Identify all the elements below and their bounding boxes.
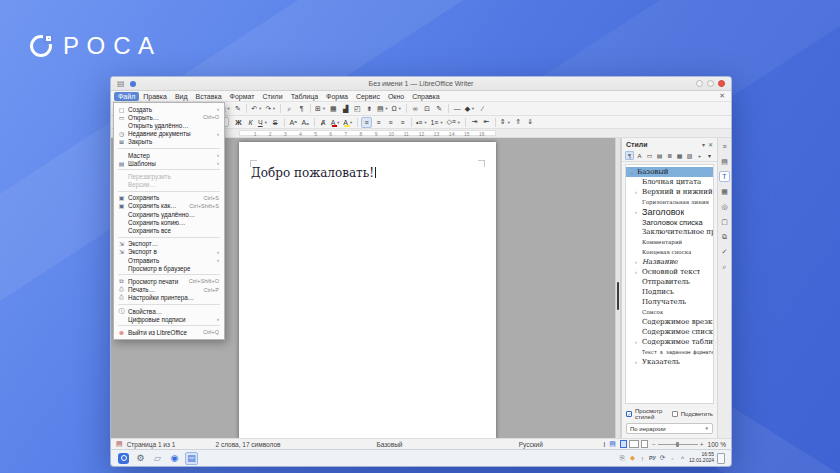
minimize-button[interactable] [696,80,703,87]
style-inspector-deck-icon[interactable]: ⧉ [719,231,730,242]
file-menu-item-save[interactable]: ▣СохранитьCtrl+S [114,194,224,202]
accessibility-check-deck-icon[interactable]: ✓ [719,246,730,257]
browser-app-button[interactable]: ◉ [168,452,181,465]
style-item[interactable]: ›Название [626,257,713,267]
format-outline-list-icon[interactable]: ◇≡▼ [445,117,461,128]
toolbar-insert-field-icon[interactable]: ▤▼ [376,103,390,114]
style-item[interactable]: Подпись [626,287,713,297]
tray-expand-icon[interactable]: ^ [679,455,686,462]
volume-icon[interactable]: ◦ [669,455,676,462]
panel-menu-icon[interactable]: ▾ [702,141,705,148]
toolbar-undo-icon[interactable]: ↶▼ [250,103,263,114]
expander-icon[interactable]: › [635,259,640,265]
file-menu-item-export[interactable]: ⇲Экспорт… [114,240,224,248]
format-strikethrough-icon[interactable]: S [270,117,281,128]
sync-icon[interactable]: ⟳ [659,454,666,462]
style-item[interactable]: Комментарий [626,237,713,247]
style-item[interactable]: Получатель [626,297,713,307]
toolbar-insert-comment-icon[interactable]: ⊡ [422,103,433,114]
toolbar-redo-icon[interactable]: ↷▼ [264,103,277,114]
toolbar-formatting-marks-icon[interactable]: ¶ [296,103,307,114]
file-menu-item-print-preview[interactable]: ⧉Просмотр печатиCtrl+Shift+O [114,277,224,285]
file-menu-item-save-all[interactable]: Сохранить все [114,226,224,234]
file-menu-item-open-remote[interactable]: Открыть удалённо… [114,121,224,129]
fill-format-mode-icon[interactable]: ▨ [685,151,694,160]
menu-Вид[interactable]: Вид [171,92,192,101]
zoom-out-icon[interactable]: − [652,441,656,448]
document-text[interactable]: Добро пожаловать! [251,166,376,180]
show-desktop-button[interactable] [717,453,725,464]
single-page-view-icon[interactable] [620,440,627,448]
style-item[interactable]: ›Основной текст [626,267,713,277]
expander-icon[interactable]: › [635,269,640,275]
sidebar-settings-icon[interactable]: ≡ [719,141,730,152]
toolbar-insert-chart-icon[interactable]: ▟ [340,103,351,114]
file-menu-item-new[interactable]: ▢Создать› [114,105,224,113]
menu-Справка[interactable]: Справка [408,92,443,101]
format-move-down-icon[interactable]: ⇓ [525,117,536,128]
file-manager-app-button[interactable]: ▱ [151,452,164,465]
format-decrease-indent-icon[interactable]: ⇤ [481,117,492,128]
format-move-up-icon[interactable]: ⇑ [513,117,524,128]
character-styles-icon[interactable]: A [635,151,644,160]
toolbar-insert-textbox-icon[interactable]: ◰ [352,103,363,114]
page-deck-icon[interactable]: ▢ [719,216,730,227]
title-bar[interactable]: ▤ Без имени 1 — LibreOffice Writer [111,77,731,91]
clipboard-tray-icon[interactable]: ⎘ [619,454,626,462]
toolbar-freeform-line-icon[interactable]: ∕ [477,103,488,114]
style-item[interactable]: ›Содержимое таблицы [626,337,713,347]
sidebar-splitter[interactable] [615,138,621,438]
menu-Окно[interactable]: Окно [384,92,408,101]
keyboard-layout-indicator[interactable]: РУ [649,455,656,461]
style-item[interactable]: ›Верхний и нижний колонтитулы [626,187,713,197]
expander-icon[interactable]: › [635,359,640,365]
format-increase-indent-icon[interactable]: ⇥ [469,117,480,128]
expander-icon[interactable]: › [635,189,640,195]
zoom-in-icon[interactable]: + [700,441,704,448]
toolbar-insert-table-icon[interactable]: ⊞▼ [314,103,327,114]
format-justify-icon[interactable]: ≡ [397,117,408,128]
list-styles-icon[interactable]: ≣ [665,151,674,160]
expander-icon[interactable]: ⌄ [630,169,635,175]
paragraph-styles-icon[interactable]: ¶ [625,151,634,160]
file-menu-item-close[interactable]: ⊠Закрыть [114,138,224,146]
find-deck-icon[interactable]: ⌕ [719,261,730,272]
style-item[interactable]: Текст в заданном формате [626,347,713,357]
style-item[interactable]: ›Указатель [626,357,713,367]
preview-checkbox[interactable]: ✓ [626,411,632,417]
file-menu-item-recent-documents[interactable]: ◷Недавние документы› [114,130,224,138]
file-menu-item-printer-settings[interactable]: ⎙Настройки принтера… [114,294,224,302]
file-menu-item-send[interactable]: Отправить› [114,256,224,264]
format-unordered-list-icon[interactable]: •≡▼ [415,117,429,128]
file-menu-item-print[interactable]: ⎙Печать…Ctrl+P [114,286,224,294]
format-align-left-icon[interactable]: ≡ [361,117,372,128]
styles-actions-menu-icon[interactable]: ▾ [705,151,714,160]
frame-styles-icon[interactable]: ▭ [645,151,654,160]
close-button[interactable] [718,80,725,87]
table-styles-icon[interactable]: ▦ [675,151,684,160]
format-underline-icon[interactable]: Ч▼ [257,117,269,128]
format-ordered-list-icon[interactable]: 1≡▼ [429,117,444,128]
toolbar-page-break-icon[interactable]: ⇟ [364,103,375,114]
file-menu-item-save-as[interactable]: ▣Сохранить как…Ctrl+Shift+S [114,202,224,210]
toolbar-horizontal-line-icon[interactable]: — [452,103,463,114]
updates-icon[interactable]: ↑ [639,455,646,462]
format-highlight-color-icon[interactable]: А▼ [342,117,354,128]
maximize-button[interactable] [707,80,714,87]
style-item[interactable]: Горизонтальная линия [626,197,713,207]
format-align-center-icon[interactable]: ≡ [373,117,384,128]
format-bold-icon[interactable]: Ж [233,117,244,128]
format-italic-icon[interactable]: К [245,117,256,128]
format-subscript-icon[interactable]: Aₐ [300,117,311,128]
multi-page-view-icon[interactable] [629,440,639,448]
styles-deck-icon[interactable]: T [719,171,730,182]
settings-app-button[interactable]: ⚙ [134,452,147,465]
file-menu-item-templates[interactable]: ▤Шаблоны› [114,159,224,167]
document-page[interactable]: Добро пожаловать! [239,142,496,438]
zoom-slider[interactable]: − + [652,441,704,448]
sidebar-splitter-handle[interactable] [617,282,619,310]
menu-Формат[interactable]: Формат [226,92,259,101]
format-superscript-icon[interactable]: Aᵃ [288,117,299,128]
file-menu-item-save-remote[interactable]: Сохранить удалённо… [114,210,224,218]
clock[interactable]: 16:5512.01.2024 [689,452,714,464]
